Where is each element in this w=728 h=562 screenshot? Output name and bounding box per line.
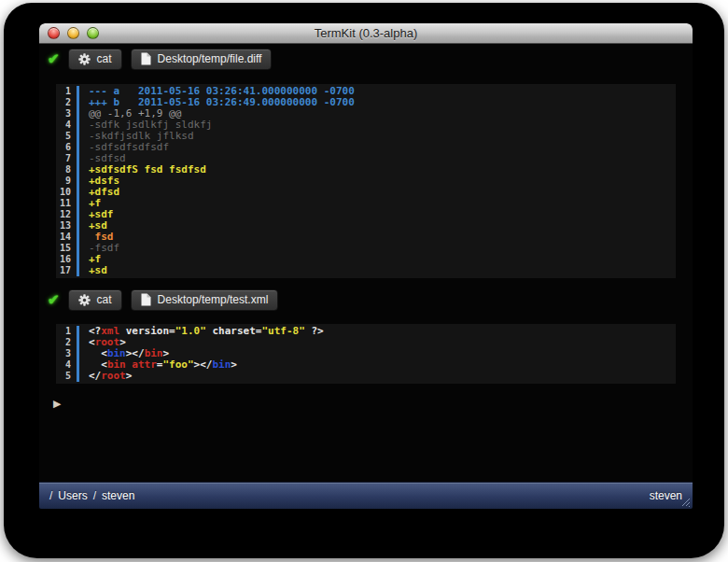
breadcrumb-separator: / xyxy=(49,489,52,502)
code-token: charset= xyxy=(206,325,262,337)
code-token: > xyxy=(231,358,237,371)
line-number: 2 xyxy=(56,97,77,108)
breadcrumb-segment[interactable]: steven xyxy=(102,489,134,502)
file-path-label: Desktop/temp/file.diff xyxy=(158,52,262,65)
line-number: 7 xyxy=(56,153,77,164)
line-number: 6 xyxy=(56,142,77,153)
command-output-diff: 1--- a 2011-05-16 03:26:41.000000000 -07… xyxy=(56,84,676,278)
line-number: 14 xyxy=(56,232,77,243)
output-line: 13+sd xyxy=(56,220,676,232)
command-row-2: ✔ cat xyxy=(48,288,278,311)
command-label: cat xyxy=(97,293,112,306)
line-number: 2 xyxy=(56,337,77,348)
output-line: 12+sdf xyxy=(56,209,676,220)
code-text: +sd xyxy=(79,265,107,276)
output-line: 6-sdfsdfsdfsdf xyxy=(56,142,676,153)
code-token: </ xyxy=(89,370,101,382)
output-line: 10+dfsd xyxy=(56,187,676,198)
line-number: 5 xyxy=(56,371,77,382)
file-icon xyxy=(141,52,151,65)
minimize-button[interactable] xyxy=(67,27,79,39)
output-line: 17+sd xyxy=(56,265,676,276)
window-titlebar[interactable]: TermKit (0.3-alpha) xyxy=(39,23,693,44)
zoom-button[interactable] xyxy=(87,27,99,39)
traffic-lights xyxy=(48,27,99,39)
code-token: version= xyxy=(119,325,175,337)
output-line: 1<?xml version="1.0" charset="utf-8" ?> xyxy=(56,326,676,337)
code-token: ></ xyxy=(194,358,213,371)
window-title: TermKit (0.3-alpha) xyxy=(39,23,693,44)
line-number: 5 xyxy=(56,131,77,142)
output-line: 5</root> xyxy=(56,371,676,382)
line-number: 3 xyxy=(56,348,77,359)
output-line: 15-fsdf xyxy=(56,243,676,254)
code-token: root xyxy=(101,370,126,382)
command-token-badge[interactable]: cat xyxy=(68,49,122,70)
output-line: 8+sdfsdfS fsd fsdfsd xyxy=(56,164,676,176)
success-check-icon: ✔ xyxy=(48,291,60,308)
line-number: 12 xyxy=(56,209,77,220)
breadcrumb-separator: / xyxy=(93,489,96,502)
line-number: 1 xyxy=(56,86,77,97)
code-text: </root> xyxy=(79,371,132,382)
code-token: "utf-8" xyxy=(261,325,304,337)
status-bar: /Users/steven steven xyxy=(39,482,693,509)
resize-grip-icon[interactable] xyxy=(679,496,691,507)
file-path-label: Desktop/temp/test.xml xyxy=(158,293,269,306)
terminal-area: ✔ cat xyxy=(39,44,693,482)
file-argument-badge[interactable]: Desktop/temp/file.diff xyxy=(131,49,273,70)
user-label: steven xyxy=(650,489,682,502)
command-token-badge[interactable]: cat xyxy=(68,289,122,311)
success-check-icon: ✔ xyxy=(48,50,60,67)
line-number: 3 xyxy=(56,108,77,119)
line-number: 17 xyxy=(56,265,77,276)
line-number: 13 xyxy=(56,220,77,232)
line-number: 10 xyxy=(56,187,77,198)
line-number: 11 xyxy=(56,198,77,209)
line-number: 1 xyxy=(56,326,77,337)
file-argument-badge[interactable]: Desktop/temp/test.xml xyxy=(131,289,279,311)
termkit-window: TermKit (0.3-alpha) ✔ xyxy=(39,23,693,509)
command-row-1: ✔ cat xyxy=(48,48,272,70)
code-token: "foo" xyxy=(162,358,193,371)
line-number: 9 xyxy=(56,176,77,187)
line-number: 16 xyxy=(56,254,77,265)
breadcrumb[interactable]: /Users/steven xyxy=(49,489,134,502)
code-token: > xyxy=(126,370,133,382)
code-token: "1.0" xyxy=(175,325,206,337)
gear-icon xyxy=(78,294,91,306)
prompt-collapsed-indicator[interactable]: ▶ xyxy=(53,398,61,410)
code-token: bin xyxy=(212,358,231,371)
code-token: ?> xyxy=(305,325,324,337)
gear-icon xyxy=(78,53,91,65)
line-number: 8 xyxy=(56,164,77,176)
command-output-xml: 1<?xml version="1.0" charset="utf-8" ?>2… xyxy=(56,324,676,384)
output-line: 16+f xyxy=(56,254,676,265)
file-icon xyxy=(141,293,151,306)
command-label: cat xyxy=(97,52,112,65)
breadcrumb-segment[interactable]: Users xyxy=(58,489,87,502)
output-line: 14 fsd xyxy=(56,232,676,243)
output-line: 11+f xyxy=(56,198,676,209)
output-line: 9+dsfs xyxy=(56,176,676,187)
close-button[interactable] xyxy=(48,27,60,39)
output-line: 4 <bin attr="foo"></bin> xyxy=(56,359,676,371)
line-number: 15 xyxy=(56,243,77,254)
code-token: +sd xyxy=(89,264,107,276)
line-number: 4 xyxy=(56,119,77,131)
line-number: 4 xyxy=(56,359,77,371)
window-shadow: TermKit (0.3-alpha) ✔ xyxy=(4,3,724,558)
